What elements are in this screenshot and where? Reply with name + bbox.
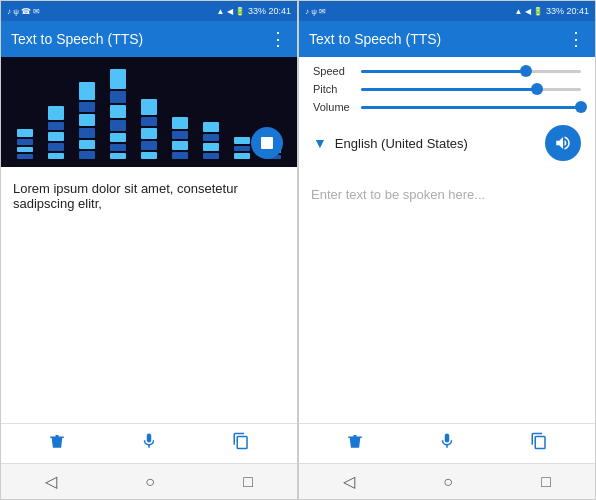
left-recent-button[interactable]: □: [243, 473, 253, 491]
left-signal-icon: ▲ ◀ 🔋: [217, 7, 245, 16]
volume-slider-track[interactable]: [361, 106, 581, 109]
right-status-left: ♪ ψ ✉: [305, 7, 326, 16]
right-status-right: ▲ ◀ 🔋 33% 20:41: [515, 6, 589, 16]
speed-slider-thumb: [520, 65, 532, 77]
left-nav-bar: ◁ ○ □: [1, 463, 297, 499]
right-speaker-button[interactable]: [545, 125, 581, 161]
left-app-bar: Text to Speech (TTS) ⋮: [1, 21, 297, 57]
right-back-button[interactable]: ◁: [343, 472, 355, 491]
right-app-title: Text to Speech (TTS): [309, 31, 441, 47]
left-more-icon[interactable]: ⋮: [269, 28, 287, 50]
right-signal-icon: ▲ ◀ 🔋: [515, 7, 543, 16]
left-stop-button[interactable]: [251, 127, 283, 159]
bar-7: [197, 69, 225, 159]
volume-label: Volume: [313, 101, 361, 113]
right-status-icons: ♪ ψ ✉: [305, 7, 326, 16]
pitch-slider-fill: [361, 88, 537, 91]
speed-label: Speed: [313, 65, 361, 77]
volume-slider-row: Volume: [313, 101, 581, 113]
left-bars: [11, 69, 287, 159]
stop-icon: [261, 137, 273, 149]
right-controls: Speed Pitch Volume ▼ English (Un: [299, 57, 595, 173]
right-text-area[interactable]: Enter text to be spoken here...: [299, 173, 595, 423]
left-mic-icon[interactable]: [140, 432, 158, 455]
right-status-time: 33% 20:41: [546, 6, 589, 16]
pitch-slider-thumb: [531, 83, 543, 95]
left-status-left: ♪ ψ ☎ ✉: [7, 7, 40, 16]
right-clipboard-icon[interactable]: [530, 432, 548, 455]
bar-2: [42, 69, 70, 159]
bar-3: [73, 69, 101, 159]
left-visualizer: [1, 57, 297, 167]
left-back-button[interactable]: ◁: [45, 472, 57, 491]
pitch-label: Pitch: [313, 83, 361, 95]
volume-slider-thumb: [575, 101, 587, 113]
speed-slider-row: Speed: [313, 65, 581, 77]
right-phone-panel: ♪ ψ ✉ ▲ ◀ 🔋 33% 20:41 Text to Speech (TT…: [298, 0, 596, 500]
right-bottom-toolbar: [299, 423, 595, 463]
speed-slider-fill: [361, 70, 526, 73]
volume-slider-fill: [361, 106, 581, 109]
pitch-slider-row: Pitch: [313, 83, 581, 95]
language-row[interactable]: ▼ English (United States): [313, 119, 581, 165]
language-label: English (United States): [335, 136, 468, 151]
left-app-title: Text to Speech (TTS): [11, 31, 143, 47]
left-status-icons: ♪ ψ ☎ ✉: [7, 7, 40, 16]
right-more-icon[interactable]: ⋮: [567, 28, 585, 50]
right-status-bar: ♪ ψ ✉ ▲ ◀ 🔋 33% 20:41: [299, 1, 595, 21]
bar-5: [135, 69, 163, 159]
left-clipboard-icon[interactable]: [232, 432, 250, 455]
right-mic-icon[interactable]: [438, 432, 456, 455]
left-text-content: Lorem ipsum dolor sit amet, consetetur s…: [13, 181, 238, 211]
left-phone-panel: ♪ ψ ☎ ✉ ▲ ◀ 🔋 33% 20:41 Text to Speech (…: [0, 0, 298, 500]
right-text-placeholder: Enter text to be spoken here...: [311, 187, 485, 202]
bar-1: [11, 69, 39, 159]
bar-6: [166, 69, 194, 159]
speed-slider-track[interactable]: [361, 70, 581, 73]
pitch-slider-track[interactable]: [361, 88, 581, 91]
right-nav-bar: ◁ ○ □: [299, 463, 595, 499]
right-trash-icon[interactable]: [346, 432, 364, 455]
right-home-button[interactable]: ○: [443, 473, 453, 491]
left-home-button[interactable]: ○: [145, 473, 155, 491]
left-status-time: 33% 20:41: [248, 6, 291, 16]
bar-4: [104, 69, 132, 159]
left-status-right: ▲ ◀ 🔋 33% 20:41: [217, 6, 291, 16]
right-app-bar: Text to Speech (TTS) ⋮: [299, 21, 595, 57]
language-dropdown-arrow: ▼: [313, 135, 327, 151]
left-status-bar: ♪ ψ ☎ ✉ ▲ ◀ 🔋 33% 20:41: [1, 1, 297, 21]
left-text-area[interactable]: Lorem ipsum dolor sit amet, consetetur s…: [1, 167, 297, 423]
right-recent-button[interactable]: □: [541, 473, 551, 491]
left-bottom-toolbar: [1, 423, 297, 463]
left-trash-icon[interactable]: [48, 432, 66, 455]
